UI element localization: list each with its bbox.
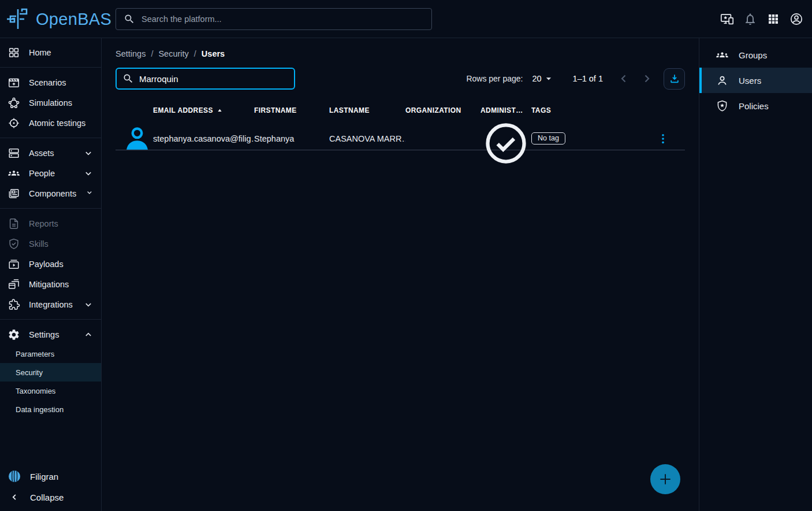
account-circle-icon[interactable] bbox=[789, 12, 803, 26]
right-panel-label: Groups bbox=[739, 50, 767, 60]
filigran-logo-icon bbox=[8, 469, 21, 483]
rows-per-page-value: 20 bbox=[532, 74, 541, 83]
sidebar-item-label: Simulations bbox=[29, 98, 72, 108]
sidebar-item-simulations[interactable]: Simulations bbox=[0, 92, 101, 113]
groups-icon bbox=[8, 167, 20, 180]
cell-firstname: Stephanya bbox=[254, 134, 329, 143]
person-icon bbox=[716, 74, 729, 87]
police-shield-icon bbox=[716, 99, 729, 113]
tag-chip: No tag bbox=[531, 132, 565, 145]
devices-star-icon[interactable] bbox=[720, 12, 734, 26]
topbar-actions bbox=[720, 0, 803, 38]
breadcrumb-settings[interactable]: Settings bbox=[116, 49, 146, 58]
sidebar-subitem-security[interactable]: Security bbox=[0, 363, 101, 382]
pagination-range: 1–1 of 1 bbox=[573, 74, 603, 83]
row-menu-button[interactable] bbox=[655, 131, 671, 146]
chevron-down-icon bbox=[83, 147, 94, 159]
sidebar-item-label: Integrations bbox=[29, 300, 73, 309]
person-icon bbox=[121, 123, 153, 154]
filigran-brand[interactable]: Filigran bbox=[0, 466, 101, 487]
openbas-logo[interactable]: OpenBAS bbox=[5, 0, 111, 38]
sidebar-subitem-label: Data ingestion bbox=[16, 405, 64, 414]
chevron-down-icon bbox=[85, 188, 94, 199]
platform-search-input[interactable] bbox=[141, 14, 424, 24]
check-circle-icon bbox=[481, 118, 531, 169]
sidebar-item-label: Scenarios bbox=[29, 78, 66, 87]
column-header-tags[interactable]: Tags bbox=[531, 106, 641, 114]
add-user-fab[interactable] bbox=[650, 464, 680, 494]
users-filter-search[interactable] bbox=[116, 68, 295, 90]
cell-lastname: CASANOVA MARR… bbox=[329, 134, 405, 143]
dashboard-icon bbox=[8, 46, 20, 59]
main-content: Settings / Security / Users Rows per pag… bbox=[102, 38, 699, 511]
sidebar-subitem-taxonomies[interactable]: Taxonomies bbox=[0, 382, 101, 400]
sidebar-item-payloads[interactable]: Payloads bbox=[0, 254, 101, 274]
gear-icon bbox=[8, 328, 20, 341]
right-panel-label: Users bbox=[739, 76, 761, 86]
subscriptions-icon bbox=[8, 258, 20, 271]
notifications-bell-icon[interactable] bbox=[743, 12, 757, 26]
movie-icon bbox=[8, 76, 20, 89]
security-right-panel: Groups Users Policies bbox=[699, 38, 812, 511]
sidebar-item-label: People bbox=[29, 169, 55, 178]
sidebar-item-label: Components bbox=[29, 189, 76, 198]
sidebar-footer: Filigran Collapse bbox=[0, 466, 101, 508]
column-header-organization[interactable]: Organization bbox=[405, 106, 481, 114]
breadcrumb-security[interactable]: Security bbox=[158, 49, 188, 58]
platform-search[interactable] bbox=[116, 8, 432, 30]
left-sidebar: Home Scenarios Simulations bbox=[0, 38, 102, 511]
right-panel-item-users[interactable]: Users bbox=[699, 68, 812, 93]
column-header-firstname[interactable]: Firstname bbox=[254, 106, 329, 114]
sidebar-item-mitigations[interactable]: Mitigations bbox=[0, 274, 101, 294]
sidebar-item-label: Mitigations bbox=[29, 280, 69, 289]
sidebar-item-home[interactable]: Home bbox=[0, 42, 101, 62]
sidebar-item-label: Skills bbox=[29, 239, 49, 249]
sidebar-subitem-label: Parameters bbox=[16, 350, 54, 358]
right-panel-item-policies[interactable]: Policies bbox=[699, 93, 812, 119]
right-panel-item-groups[interactable]: Groups bbox=[699, 42, 812, 68]
puzzle-icon bbox=[8, 298, 20, 311]
user-table-row[interactable]: stephanya.casanova@filig… Stephanya CASA… bbox=[116, 123, 685, 150]
sidebar-item-reports: Reports bbox=[0, 213, 101, 234]
sidebar-item-settings[interactable]: Settings bbox=[0, 324, 101, 345]
openbas-logo-icon bbox=[5, 6, 31, 32]
next-page-button[interactable] bbox=[640, 72, 654, 86]
hub-icon bbox=[8, 97, 20, 109]
chevron-up-icon bbox=[83, 329, 94, 340]
dynamic-feed-icon bbox=[8, 278, 20, 291]
sidebar-item-components[interactable]: Components bbox=[0, 183, 101, 203]
previous-page-button[interactable] bbox=[617, 72, 631, 86]
sidebar-item-integrations[interactable]: Integrations bbox=[0, 294, 101, 314]
collapse-sidebar-button[interactable]: Collapse bbox=[0, 487, 101, 508]
pagination-toolbar: Rows per page: 20 1–1 of 1 bbox=[466, 68, 685, 90]
column-header-email[interactable]: Email address bbox=[153, 106, 254, 115]
breadcrumb-separator: / bbox=[151, 49, 153, 58]
rows-per-page-select[interactable]: 20 bbox=[532, 73, 554, 84]
cell-email: stephanya.casanova@filig… bbox=[153, 134, 254, 143]
cell-admin bbox=[481, 109, 531, 169]
sidebar-item-skills: Skills bbox=[0, 234, 101, 254]
breadcrumb-separator: / bbox=[194, 49, 196, 58]
storage-icon bbox=[8, 147, 20, 160]
column-header-lastname[interactable]: Lastname bbox=[329, 106, 405, 114]
sidebar-item-people[interactable]: People bbox=[0, 163, 101, 183]
sidebar-item-label: Settings bbox=[29, 330, 59, 339]
sidebar-item-scenarios[interactable]: Scenarios bbox=[0, 72, 101, 92]
collapse-label: Collapse bbox=[30, 493, 64, 502]
rows-per-page-label: Rows per page: bbox=[466, 74, 523, 83]
users-table: Email address Firstname Lastname Organiz… bbox=[116, 98, 685, 150]
sidebar-subitem-label: Security bbox=[16, 368, 43, 377]
sidebar-item-assets[interactable]: Assets bbox=[0, 143, 101, 163]
apps-grid-icon[interactable] bbox=[766, 12, 780, 26]
sidebar-subitem-parameters[interactable]: Parameters bbox=[0, 345, 101, 363]
newspaper-icon bbox=[8, 187, 20, 200]
shield-check-icon bbox=[8, 238, 20, 250]
sidebar-subitem-data-ingestion[interactable]: Data ingestion bbox=[0, 400, 101, 419]
export-button[interactable] bbox=[664, 68, 685, 90]
sidebar-item-atomic-testings[interactable]: Atomic testings bbox=[0, 113, 101, 133]
add-icon bbox=[658, 472, 673, 487]
users-filter-input[interactable] bbox=[139, 74, 288, 84]
brand-label: Filigran bbox=[30, 472, 58, 482]
divider bbox=[0, 67, 101, 68]
sidebar-item-label: Assets bbox=[29, 149, 54, 158]
